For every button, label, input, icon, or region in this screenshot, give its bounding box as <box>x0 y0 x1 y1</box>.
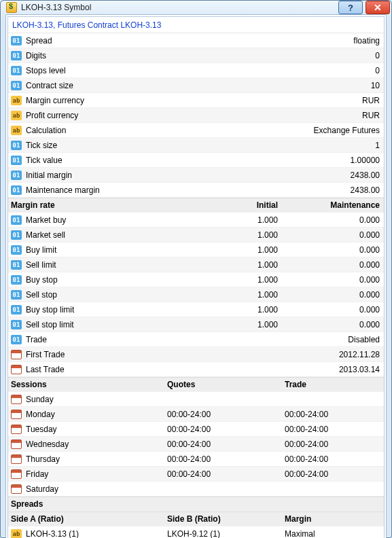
spread-row[interactable]: abLKOH-3.13 (1)LKOH-9.12 (1)Maximal <box>8 526 384 538</box>
margin-rate-initial: 1.000 <box>196 215 278 225</box>
string-icon: ab <box>11 111 22 120</box>
numeric-icon: 01 <box>11 320 22 329</box>
session-row[interactable]: Saturday <box>8 482 384 497</box>
property-label: Margin currency <box>26 96 362 105</box>
margin-rate-label: 01Buy stop <box>11 275 196 285</box>
property-row[interactable]: 01Spreadfloating <box>8 33 384 48</box>
session-row[interactable]: Tuesday00:00-24:0000:00-24:00 <box>8 422 384 437</box>
spread-side-b: LKOH-9.12 (1) <box>167 529 285 539</box>
trade-label: First Trade <box>26 350 339 359</box>
property-label: Digits <box>26 51 375 60</box>
client-area: LKOH-3.13, Futures Contract LKOH-3.13 01… <box>5 14 387 538</box>
session-row[interactable]: Wednesday00:00-24:0000:00-24:00 <box>8 437 384 452</box>
numeric-icon: 01 <box>11 275 22 285</box>
margin-rate-header-initial: Initial <box>196 200 278 210</box>
session-quotes: 00:00-24:00 <box>167 469 285 479</box>
string-icon: ab <box>11 96 22 105</box>
margin-rate-row[interactable]: 01Market buy1.0000.000 <box>8 213 384 228</box>
margin-rate-initial: 1.000 <box>196 245 278 255</box>
property-label: Contract size <box>26 81 371 90</box>
numeric-icon: 01 <box>11 230 22 240</box>
property-label: Tick value <box>26 156 351 165</box>
trade-row[interactable]: First Trade2012.11.28 <box>8 347 384 362</box>
window-close-button[interactable]: ✕ <box>366 1 390 14</box>
property-label: Stops level <box>26 66 375 75</box>
property-row[interactable]: 01Maintenance margin2438.00 <box>8 183 384 198</box>
property-value: 2438.00 <box>351 171 380 180</box>
numeric-icon: 01 <box>11 260 22 270</box>
margin-rate-row[interactable]: 01Buy stop limit1.0000.000 <box>8 302 384 317</box>
session-row[interactable]: Monday00:00-24:0000:00-24:00 <box>8 407 384 422</box>
trade-value: 2013.03.14 <box>339 365 380 374</box>
property-row[interactable]: 01Digits0 <box>8 48 384 63</box>
trade-row[interactable]: Last Trade2013.03.14 <box>8 362 384 377</box>
margin-rate-initial: 1.000 <box>196 260 278 270</box>
sessions-header-quotes: Quotes <box>167 380 285 389</box>
session-row[interactable]: Sunday <box>8 392 384 407</box>
trade-row[interactable]: 01TradeDisabled <box>8 332 384 347</box>
margin-rate-row[interactable]: 01Sell stop1.0000.000 <box>8 287 384 302</box>
margin-rate-row[interactable]: 01Market sell1.0000.000 <box>8 228 384 243</box>
margin-rate-row[interactable]: 01Sell limit1.0000.000 <box>8 257 384 272</box>
numeric-icon: 01 <box>11 215 22 225</box>
property-row[interactable]: 01Tick size1 <box>8 138 384 153</box>
property-value: 2438.00 <box>351 185 380 195</box>
sessions-header-label: Sessions <box>11 380 167 389</box>
margin-rate-maintenance: 0.000 <box>278 320 380 329</box>
sessions-header: Sessions Quotes Trade <box>8 377 384 392</box>
property-row[interactable]: abMargin currencyRUR <box>8 93 384 108</box>
session-day: Saturday <box>11 484 167 494</box>
trade-value: Disabled <box>348 335 380 344</box>
help-button[interactable]: ? <box>338 1 363 14</box>
margin-rate-label: 01Sell limit <box>11 260 196 270</box>
margin-rate-label: 01Market sell <box>11 230 196 240</box>
property-row[interactable]: 01Initial margin2438.00 <box>8 168 384 183</box>
margin-rate-header: Margin rate Initial Maintenance <box>8 198 384 213</box>
property-value: 0 <box>375 51 380 60</box>
property-label: Maintenance margin <box>26 185 351 195</box>
margin-rate-row[interactable]: 01Buy stop1.0000.000 <box>8 272 384 287</box>
session-row[interactable]: Thursday00:00-24:0000:00-24:00 <box>8 452 384 467</box>
titlebar[interactable]: LKOH-3.13 Symbol ? ✕ <box>1 1 391 14</box>
property-row[interactable]: 01Stops level0 <box>8 63 384 78</box>
symbol-header: LKOH-3.13, Futures Contract LKOH-3.13 <box>8 17 384 33</box>
numeric-icon: 01 <box>11 245 22 255</box>
margin-rate-header-maintenance: Maintenance <box>278 200 380 210</box>
property-label: Calculation <box>26 126 314 135</box>
session-trade: 00:00-24:00 <box>285 410 380 419</box>
margin-rate-maintenance: 0.000 <box>278 275 380 285</box>
session-day: Thursday <box>11 454 167 464</box>
margin-rate-maintenance: 0.000 <box>278 305 380 315</box>
property-row[interactable]: abProfit currencyRUR <box>8 108 384 123</box>
margin-rate-label: 01Sell stop limit <box>11 320 196 329</box>
numeric-icon: 01 <box>11 36 22 46</box>
calendar-icon <box>11 395 22 404</box>
session-quotes: 00:00-24:00 <box>167 440 285 449</box>
spreads-header-margin: Margin <box>285 514 380 524</box>
session-row[interactable]: Friday00:00-24:0000:00-24:00 <box>8 467 384 482</box>
sessions-header-trade: Trade <box>285 380 380 389</box>
property-row[interactable]: 01Contract size10 <box>8 78 384 93</box>
numeric-icon: 01 <box>11 185 22 195</box>
property-row[interactable]: abCalculationExchange Futures <box>8 123 384 138</box>
numeric-icon: 01 <box>11 290 22 300</box>
dialog-window: LKOH-3.13 Symbol ? ✕ LKOH-3.13, Futures … <box>0 0 392 538</box>
session-quotes: 00:00-24:00 <box>167 410 285 419</box>
margin-rate-row[interactable]: 01Buy limit1.0000.000 <box>8 243 384 257</box>
spread-side-a: abLKOH-3.13 (1) <box>11 529 167 539</box>
margin-rate-label: 01Sell stop <box>11 290 196 300</box>
window-title: LKOH-3.13 Symbol <box>21 3 336 12</box>
properties-panel: LKOH-3.13, Futures Contract LKOH-3.13 01… <box>7 16 385 538</box>
numeric-icon: 01 <box>11 305 22 315</box>
property-row[interactable]: 01Tick value1.00000 <box>8 153 384 168</box>
margin-rate-initial: 1.000 <box>196 320 278 329</box>
margin-rate-initial: 1.000 <box>196 230 278 240</box>
numeric-icon: 01 <box>11 141 22 150</box>
margin-rate-label: 01Buy limit <box>11 245 196 255</box>
trade-label: Last Trade <box>26 365 339 374</box>
session-trade: 00:00-24:00 <box>285 440 380 449</box>
margin-rate-maintenance: 0.000 <box>278 260 380 270</box>
app-icon <box>6 2 17 13</box>
margin-rate-initial: 1.000 <box>196 305 278 315</box>
margin-rate-row[interactable]: 01Sell stop limit1.0000.000 <box>8 317 384 332</box>
